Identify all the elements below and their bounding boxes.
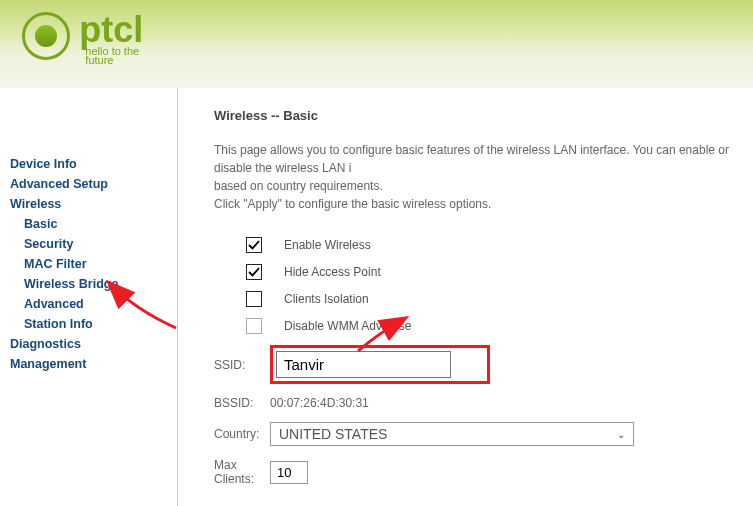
enable-wireless-checkbox[interactable] [246, 237, 262, 253]
sidebar-item-diagnostics[interactable]: Diagnostics [10, 334, 177, 354]
sidebar-item-wireless-bridge[interactable]: Wireless Bridge [10, 274, 177, 294]
max-clients-label: Max Clients: [214, 458, 270, 486]
sidebar-item-mac-filter[interactable]: MAC Filter [10, 254, 177, 274]
sidebar-item-advanced-setup[interactable]: Advanced Setup [10, 174, 177, 194]
bssid-value: 00:07:26:4D:30:31 [270, 396, 369, 410]
sidebar-item-advanced[interactable]: Advanced [10, 294, 177, 314]
sidebar-item-wireless[interactable]: Wireless [10, 194, 177, 214]
content: Wireless -- Basic This page allows you t… [178, 88, 753, 506]
clients-isolation-checkbox[interactable] [246, 291, 262, 307]
disable-wmm-label: Disable WMM Advertise [284, 319, 411, 333]
page-description: This page allows you to configure basic … [214, 141, 743, 213]
sidebar-item-security[interactable]: Security [10, 234, 177, 254]
disable-wmm-checkbox [246, 318, 262, 334]
enable-wireless-label: Enable Wireless [284, 238, 371, 252]
country-select[interactable]: UNITED STATES ⌄ [270, 422, 634, 446]
sidebar-item-station-info[interactable]: Station Info [10, 314, 177, 334]
check-icon [248, 239, 260, 251]
chevron-down-icon: ⌄ [617, 429, 625, 440]
bssid-label: BSSID: [214, 396, 270, 410]
max-clients-input[interactable] [270, 461, 308, 484]
page-title: Wireless -- Basic [214, 108, 743, 123]
country-value: UNITED STATES [279, 426, 387, 442]
logo: ptcl hello to the future [22, 12, 143, 66]
ssid-label: SSID: [214, 358, 270, 372]
sidebar-item-basic[interactable]: Basic [10, 214, 177, 234]
ssid-highlight [270, 345, 490, 384]
logo-brand: ptcl [79, 12, 143, 48]
clients-isolation-label: Clients Isolation [284, 292, 369, 306]
check-icon [248, 266, 260, 278]
logo-icon [22, 12, 74, 64]
hide-access-point-label: Hide Access Point [284, 265, 381, 279]
country-label: Country: [214, 427, 270, 441]
header: ptcl hello to the future [0, 0, 753, 88]
sidebar-item-management[interactable]: Management [10, 354, 177, 374]
hide-access-point-checkbox[interactable] [246, 264, 262, 280]
sidebar-item-device-info[interactable]: Device Info [10, 154, 177, 174]
sidebar: Device Info Advanced Setup Wireless Basi… [0, 88, 178, 506]
ssid-input[interactable] [276, 351, 451, 378]
